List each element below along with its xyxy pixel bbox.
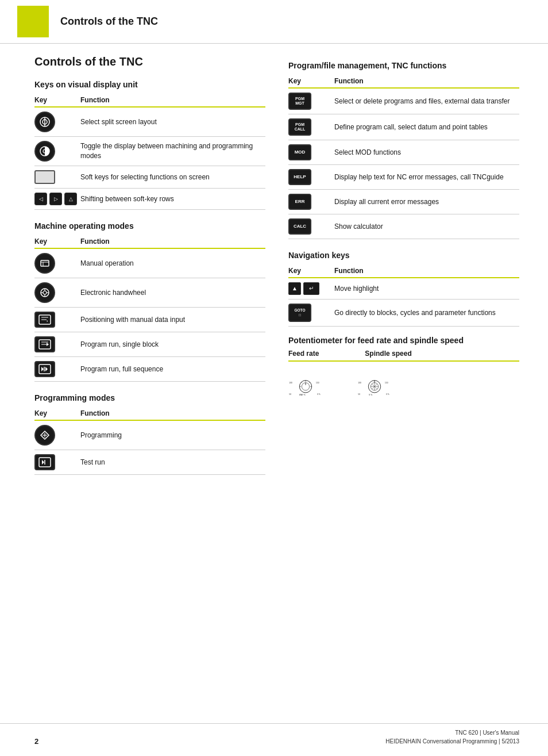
test-run-icon bbox=[34, 454, 55, 470]
key-cell bbox=[34, 248, 80, 278]
svg-text:100: 100 bbox=[358, 382, 361, 384]
function-cell: Display help text for NC error messages,… bbox=[334, 165, 519, 190]
footer-line2: HEIDENHAIN Conversational Programming | … bbox=[385, 737, 519, 746]
col-function-mm: Function bbox=[80, 235, 265, 248]
help-icon: HELP bbox=[288, 169, 311, 185]
svg-text:150: 150 bbox=[316, 382, 319, 384]
function-cell: Electronic handwheel bbox=[80, 278, 265, 308]
footer-right: TNC 620 | User's Manual HEIDENHAIN Conve… bbox=[385, 728, 519, 746]
col-key-vd: Key bbox=[34, 94, 80, 107]
spindle-speed-knob: 100 50 150 0 % S % bbox=[357, 372, 392, 401]
svg-marker-30 bbox=[42, 460, 44, 465]
table-row: MOD Select MOD functions bbox=[288, 140, 519, 165]
table-row: Programming bbox=[34, 420, 265, 450]
function-cell: Define program call, select datum and po… bbox=[334, 114, 519, 140]
key-cell bbox=[34, 450, 80, 475]
section-title-machine-modes: Machine operating modes bbox=[34, 221, 265, 231]
header: Controls of the TNC bbox=[0, 0, 548, 44]
col-key-fm: Key bbox=[288, 75, 334, 88]
page-footer: 2 TNC 620 | User's Manual HEIDENHAIN Con… bbox=[0, 723, 548, 746]
key-cell bbox=[34, 107, 80, 137]
col-function-pm: Function bbox=[80, 407, 265, 420]
table-row: GOTO□ Go directly to blocks, cycles and … bbox=[288, 300, 519, 327]
svg-marker-25 bbox=[45, 367, 48, 371]
function-cell: Program run, single block bbox=[80, 332, 265, 357]
key-cell: ERR bbox=[288, 190, 334, 214]
softkey-row-icons: ◁ ▷ △ bbox=[34, 193, 77, 205]
feed-rate-knob: 100 50 150 0 % WA bbox=[288, 372, 323, 401]
col-function-nav: Function bbox=[334, 264, 519, 278]
page-content: Controls of the TNC Keys on visual displ… bbox=[0, 44, 548, 504]
key-cell: ◁ ▷ △ bbox=[34, 189, 80, 210]
function-cell: Toggle the display between machining and… bbox=[80, 137, 265, 166]
electronic-handwheel-icon bbox=[34, 282, 55, 303]
svg-marker-23 bbox=[41, 367, 44, 371]
svg-text:WAY %: WAY % bbox=[299, 394, 306, 396]
pgm-call-icon: PGMCALL bbox=[288, 118, 311, 136]
table-row: HELP Display help text for NC error mess… bbox=[288, 165, 519, 190]
manual-operation-icon bbox=[34, 253, 55, 274]
table-row: CALC Show calculator bbox=[288, 214, 519, 239]
svg-rect-22 bbox=[39, 364, 51, 374]
potentiometer-icons: 100 50 150 0 % WA bbox=[288, 367, 519, 405]
toggle-display-icon bbox=[34, 141, 55, 162]
svg-text:›: › bbox=[47, 319, 48, 323]
arrow-left-icon: ◁ bbox=[34, 193, 47, 205]
svg-text:150: 150 bbox=[385, 382, 388, 384]
function-cell: Soft keys for selecting functions on scr… bbox=[80, 166, 265, 189]
feed-rate-header: Feed rate bbox=[288, 350, 319, 358]
col-key-pm: Key bbox=[34, 407, 80, 420]
table-row: Program run, full sequence bbox=[34, 357, 265, 382]
programming-icon bbox=[34, 425, 55, 446]
table-row: Select split screen layout bbox=[34, 107, 265, 137]
table-row: ERR Display all current error messages bbox=[288, 190, 519, 214]
function-cell: Select split screen layout bbox=[80, 107, 265, 137]
col-key-nav: Key bbox=[288, 264, 334, 278]
key-cell: PGMMGT bbox=[288, 88, 334, 114]
key-cell bbox=[34, 357, 80, 382]
function-cell: Program run, full sequence bbox=[80, 357, 265, 382]
section-title-visual-display: Keys on visual display unit bbox=[34, 80, 265, 89]
machine-modes-table: Key Function Manual bbox=[34, 235, 265, 382]
program-run-full-icon bbox=[34, 361, 55, 377]
left-column: Controls of the TNC Keys on visual displ… bbox=[34, 55, 265, 481]
function-cell: Display all current error messages bbox=[334, 190, 519, 214]
table-row: › Positioning with manual data input bbox=[34, 308, 265, 332]
function-cell: Test run bbox=[80, 450, 265, 475]
table-row: ▲ ↵ Move highlight bbox=[288, 278, 519, 300]
key-cell: MOD bbox=[288, 140, 334, 165]
enter-nav-icon: ↵ bbox=[303, 282, 319, 295]
function-cell: Shifting between soft-key rows bbox=[80, 189, 265, 210]
key-cell bbox=[34, 137, 80, 166]
svg-text:100: 100 bbox=[289, 382, 292, 384]
section-title-file-management: Program/file management, TNC functions bbox=[288, 61, 519, 70]
svg-point-9 bbox=[43, 291, 47, 294]
key-cell bbox=[34, 278, 80, 308]
positioning-mdi-icon: › bbox=[34, 312, 55, 328]
visual-display-table: Key Function bbox=[34, 94, 265, 210]
page-main-title: Controls of the TNC bbox=[34, 55, 265, 68]
function-cell: Show calculator bbox=[334, 214, 519, 239]
potentiometer-headers: Feed rate Spindle speed bbox=[288, 350, 519, 362]
key-cell bbox=[34, 420, 80, 450]
section-title-navigation: Navigation keys bbox=[288, 251, 519, 260]
arrow-right-icon: ▷ bbox=[49, 193, 62, 205]
header-yellow-accent bbox=[17, 6, 49, 37]
arrow-up-icon: △ bbox=[64, 193, 77, 205]
arrow-up-nav-icon: ▲ bbox=[288, 282, 301, 295]
table-row: Toggle the display between machining and… bbox=[34, 137, 265, 166]
table-row: Manual operation bbox=[34, 248, 265, 278]
table-row: Soft keys for selecting functions on scr… bbox=[34, 166, 265, 189]
svg-text:0 %: 0 % bbox=[386, 393, 389, 396]
programming-modes-table: Key Function Progra bbox=[34, 407, 265, 475]
footer-page-number: 2 bbox=[34, 737, 38, 746]
right-column: Program/file management, TNC functions K… bbox=[288, 55, 519, 481]
svg-text:50: 50 bbox=[358, 393, 360, 396]
key-cell bbox=[34, 166, 80, 189]
navigation-table: Key Function ▲ ↵ Move highlight bbox=[288, 264, 519, 327]
err-icon: ERR bbox=[288, 194, 311, 210]
pgm-mgt-icon: PGMMGT bbox=[288, 93, 311, 110]
calc-icon: CALC bbox=[288, 218, 311, 235]
potentiometer-section: Potentiometer for feed rate and spindle … bbox=[288, 336, 519, 405]
function-cell: Programming bbox=[80, 420, 265, 450]
